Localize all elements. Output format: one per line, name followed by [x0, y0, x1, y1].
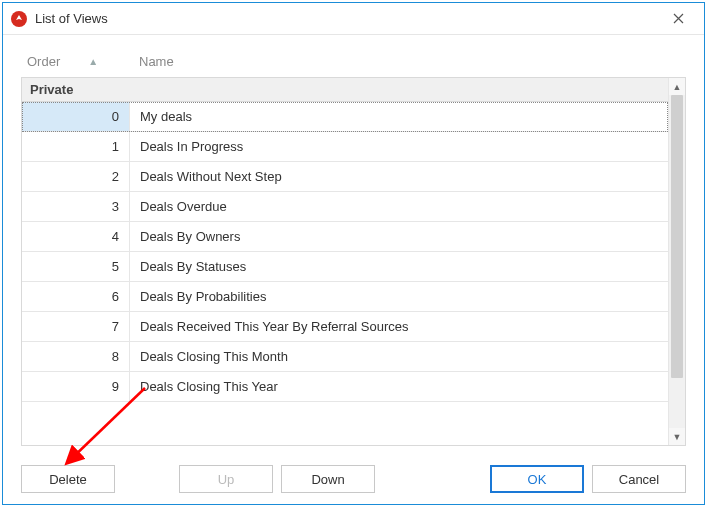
cell-name: Deals Closing This Year — [130, 372, 668, 401]
table-row[interactable]: 1Deals In Progress — [22, 132, 668, 162]
column-header-name[interactable]: Name — [129, 54, 686, 69]
cell-order: 9 — [22, 372, 130, 401]
dialog-content: Order ▲ Name Private 0My deals1Deals In … — [3, 35, 704, 454]
cell-name: Deals Closing This Month — [130, 342, 668, 371]
cell-order: 0 — [22, 102, 130, 131]
sort-asc-icon: ▲ — [88, 56, 98, 67]
cell-order: 5 — [22, 252, 130, 281]
button-bar: Delete Up Down OK Cancel — [3, 454, 704, 504]
cell-name: Deals By Probabilities — [130, 282, 668, 311]
views-grid: Private 0My deals1Deals In Progress2Deal… — [22, 78, 668, 445]
cell-order: 1 — [22, 132, 130, 161]
table-row[interactable]: 4Deals By Owners — [22, 222, 668, 252]
up-button[interactable]: Up — [179, 465, 273, 493]
scroll-thumb[interactable] — [671, 95, 683, 378]
cell-name: Deals By Owners — [130, 222, 668, 251]
cell-order: 7 — [22, 312, 130, 341]
app-icon — [11, 11, 27, 27]
cancel-button[interactable]: Cancel — [592, 465, 686, 493]
column-headers: Order ▲ Name — [21, 49, 686, 77]
vertical-scrollbar[interactable]: ▲ ▼ — [668, 78, 685, 445]
table-row[interactable]: 8Deals Closing This Month — [22, 342, 668, 372]
table-row[interactable]: 9Deals Closing This Year — [22, 372, 668, 402]
cell-name: Deals By Statuses — [130, 252, 668, 281]
cell-order: 3 — [22, 192, 130, 221]
cell-name: Deals Without Next Step — [130, 162, 668, 191]
cell-name: Deals Received This Year By Referral Sou… — [130, 312, 668, 341]
scroll-track[interactable] — [669, 95, 685, 428]
column-header-order[interactable]: Order ▲ — [21, 54, 129, 69]
scroll-up-button[interactable]: ▲ — [669, 78, 685, 95]
table-row[interactable]: 6Deals By Probabilities — [22, 282, 668, 312]
down-button[interactable]: Down — [281, 465, 375, 493]
window-title: List of Views — [35, 11, 660, 26]
table-row[interactable]: 0My deals — [22, 102, 668, 132]
grid-container: Private 0My deals1Deals In Progress2Deal… — [21, 77, 686, 446]
cell-order: 4 — [22, 222, 130, 251]
scroll-down-button[interactable]: ▼ — [669, 428, 685, 445]
column-header-name-label: Name — [139, 54, 174, 69]
cell-order: 6 — [22, 282, 130, 311]
cell-name: Deals In Progress — [130, 132, 668, 161]
delete-button[interactable]: Delete — [21, 465, 115, 493]
table-row[interactable]: 7Deals Received This Year By Referral So… — [22, 312, 668, 342]
ok-button[interactable]: OK — [490, 465, 584, 493]
list-of-views-dialog: List of Views Order ▲ Name Private 0My d… — [2, 2, 705, 505]
group-header-private[interactable]: Private — [22, 78, 668, 102]
table-row[interactable]: 5Deals By Statuses — [22, 252, 668, 282]
cell-name: Deals Overdue — [130, 192, 668, 221]
cell-order: 2 — [22, 162, 130, 191]
close-icon — [673, 13, 684, 24]
table-row[interactable]: 3Deals Overdue — [22, 192, 668, 222]
column-header-order-label: Order — [27, 54, 60, 69]
table-row[interactable]: 2Deals Without Next Step — [22, 162, 668, 192]
close-button[interactable] — [660, 7, 696, 31]
titlebar: List of Views — [3, 3, 704, 35]
cell-name: My deals — [130, 102, 668, 131]
cell-order: 8 — [22, 342, 130, 371]
